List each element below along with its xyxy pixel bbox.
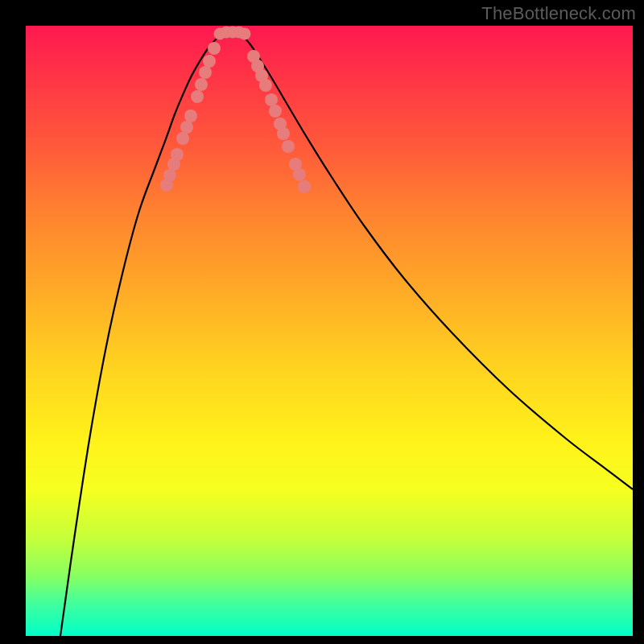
chart-curves — [60, 34, 633, 636]
data-marker — [282, 140, 295, 153]
data-marker — [265, 93, 278, 106]
data-marker — [176, 132, 189, 145]
data-marker — [199, 66, 212, 79]
watermark-text: TheBottleneck.com — [481, 3, 636, 24]
data-marker — [277, 127, 290, 140]
data-marker — [269, 105, 282, 118]
data-marker — [171, 148, 184, 161]
data-marker — [259, 79, 272, 92]
data-marker — [191, 90, 204, 103]
data-marker — [184, 109, 197, 122]
data-marker — [239, 28, 251, 40]
chart-markers — [160, 27, 311, 194]
data-marker — [180, 121, 193, 134]
data-marker — [298, 180, 311, 193]
chart-plot-area — [26, 26, 633, 636]
data-marker — [163, 169, 176, 182]
chart-svg — [26, 26, 633, 636]
data-marker — [195, 78, 208, 91]
data-marker — [203, 55, 216, 68]
data-marker — [208, 42, 221, 55]
chart-frame: TheBottleneck.com — [0, 0, 644, 644]
curve-right-curve — [241, 34, 633, 489]
curve-left-curve — [60, 34, 221, 636]
data-marker — [293, 168, 306, 181]
